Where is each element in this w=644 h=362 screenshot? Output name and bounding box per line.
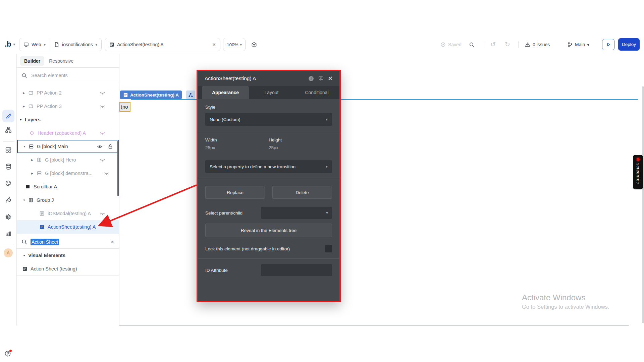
block-columns-icon <box>28 197 34 203</box>
database-icon[interactable] <box>5 163 12 170</box>
app-logo-menu[interactable]: .b ▾ <box>5 40 15 49</box>
reveal-elements-tree-button[interactable]: Reveal in the Elements tree <box>205 224 332 237</box>
canvas-scrollbar[interactable] <box>642 86 644 323</box>
appearance-tab-body: Style None (Custom) ▾ Width 25px Height … <box>198 99 339 276</box>
undo-icon[interactable]: ↺ <box>490 41 496 48</box>
close-icon[interactable]: ✕ <box>212 42 216 47</box>
close-icon[interactable]: ✕ <box>110 239 114 245</box>
actionsheet-canvas-element[interactable]: (no <box>119 102 130 112</box>
tree-row-iosmodal[interactable]: iOSModal(testing) A <box>17 207 119 220</box>
settings-gear-icon[interactable] <box>5 214 12 220</box>
workflow-icon[interactable] <box>5 126 12 133</box>
panel-scrollbar-thumb[interactable] <box>117 141 119 196</box>
tree-row-pp-action-3[interactable]: ▶ PP Action 3 <box>17 100 119 113</box>
actionsheet-element-icon <box>123 93 128 98</box>
element-type-search[interactable]: Action Sheet ✕ <box>17 235 119 249</box>
redo-icon[interactable]: ↻ <box>505 41 510 48</box>
notification-dot <box>9 350 12 352</box>
page-selector-label[interactable]: iosnotifications <box>62 42 93 47</box>
deploy-button[interactable]: Deploy <box>618 38 640 51</box>
tree-row-layers[interactable]: ▼ Layers <box>17 113 119 126</box>
transition-dropdown[interactable]: Select a property to define a new transi… <box>205 160 332 173</box>
parent-child-label: Select parent/child <box>205 210 243 216</box>
open-element-tab[interactable]: ActionSheet(testing) A ✕ <box>105 38 220 51</box>
collapse-icon[interactable]: ▼ <box>23 199 28 202</box>
tree-row-pp-action-2[interactable]: ▶ PP Action 2 <box>17 86 119 100</box>
tree-row-scrollbar-a[interactable]: Scrollbar A <box>17 180 119 193</box>
chevron-down-icon[interactable]: ▾ <box>95 43 97 47</box>
id-attribute-label: ID Attribute <box>205 268 228 273</box>
actionsheet-element-icon <box>109 42 114 47</box>
height-label: Height <box>269 137 332 142</box>
monitor-icon <box>23 42 29 47</box>
zoom-selector[interactable]: 100% ▾ <box>223 38 246 51</box>
eye-closed-icon[interactable] <box>100 130 105 136</box>
branch-selector[interactable]: Main ▾ <box>568 38 589 51</box>
expand-icon[interactable]: ▶ <box>23 92 28 95</box>
eye-closed-icon[interactable] <box>104 171 109 176</box>
tree-row-g-block-main-selected[interactable]: ▼ G [block] Main <box>17 140 119 153</box>
tab-conditional[interactable]: Conditional <box>294 86 339 99</box>
parent-child-dropdown[interactable]: ▾ <box>261 207 332 219</box>
visual-elements-header[interactable]: ▼ Visual Elements <box>17 249 119 262</box>
selected-element-tag[interactable]: ActionSheet(testing) A <box>120 90 182 99</box>
tab-builder[interactable]: Builder <box>20 56 44 66</box>
expand-icon[interactable]: ▶ <box>31 172 37 175</box>
lock-checkbox[interactable] <box>325 245 332 252</box>
search-input[interactable] <box>31 72 99 78</box>
help-icon[interactable] <box>4 350 11 357</box>
expand-icon[interactable]: ▶ <box>23 105 28 108</box>
design-tab-active[interactable] <box>2 110 14 122</box>
tree-label: G [block] demonstra... <box>45 171 93 176</box>
tree-label: Header (zqbackend) A <box>38 130 86 136</box>
warning-triangle-icon <box>525 42 530 47</box>
eye-closed-icon[interactable] <box>100 104 105 109</box>
id-attribute-input[interactable] <box>261 264 332 276</box>
collapse-icon[interactable]: ▼ <box>19 118 25 121</box>
height-value: 25px <box>269 145 332 150</box>
comment-icon[interactable] <box>318 76 324 81</box>
eye-closed-icon[interactable] <box>100 90 105 96</box>
width-label: Width <box>205 137 269 142</box>
elements-search[interactable] <box>17 68 119 83</box>
style-value: None (Custom) <box>210 117 240 122</box>
eye-closed-icon[interactable] <box>100 211 105 217</box>
property-editor-header[interactable]: ActionSheet(testing) A ✕ <box>198 71 339 86</box>
search-value-selected[interactable]: Action Sheet <box>31 239 59 245</box>
screen-recorder-badge[interactable]: screenrec <box>633 155 643 189</box>
delete-button[interactable]: Delete <box>272 186 332 199</box>
tree-row-group-j[interactable]: ▼ Group J <box>17 193 119 207</box>
tab-responsive[interactable]: Responsive <box>49 58 73 64</box>
tree-row-header-zqbackend[interactable]: Header (zqbackend) A <box>17 126 119 140</box>
preview-button[interactable] <box>602 39 614 50</box>
style-dropdown[interactable]: None (Custom) ▾ <box>205 113 332 126</box>
logs-chart-icon[interactable] <box>5 230 12 237</box>
collapse-icon[interactable]: ▼ <box>23 145 29 148</box>
tree-row-g-block-demonstra[interactable]: ▶ G [block] demonstra... <box>17 167 119 180</box>
search-icon[interactable] <box>469 42 475 48</box>
replace-button[interactable]: Replace <box>205 186 265 199</box>
eye-closed-icon[interactable] <box>100 157 105 163</box>
left-icon-rail: A O <box>0 54 17 325</box>
tree-row-actionsheet-selected[interactable]: ActionSheet(testing) A <box>17 220 119 234</box>
plugins-plug-icon[interactable] <box>5 197 12 203</box>
unlock-icon[interactable] <box>108 144 113 149</box>
tab-layout[interactable]: Layout <box>249 86 294 99</box>
eye-open-icon[interactable] <box>97 144 103 149</box>
element-result-action-sheet[interactable]: Action Sheet (testing) <box>17 262 119 276</box>
user-avatar[interactable]: A <box>4 248 13 257</box>
windows-watermark-subtitle: Go to Settings to activate Windows. <box>522 304 609 310</box>
close-icon[interactable]: ✕ <box>328 75 333 82</box>
styles-palette-icon[interactable] <box>5 180 12 187</box>
tree-row-g-block-hero[interactable]: ▶ G [block] Hero <box>17 153 119 167</box>
page-bottom-edge <box>119 325 629 325</box>
cube-icon[interactable] <box>251 42 257 48</box>
expand-icon[interactable]: ▶ <box>31 159 37 162</box>
chevron-down-icon[interactable]: ▾ <box>44 43 46 47</box>
info-icon[interactable] <box>308 76 314 81</box>
device-selector-label[interactable]: Web <box>32 42 41 47</box>
reveal-in-tree-button[interactable] <box>186 90 195 99</box>
components-icon[interactable] <box>5 146 12 153</box>
tab-appearance[interactable]: Appearance <box>202 86 249 99</box>
issues-indicator[interactable]: 0 issues <box>525 38 550 51</box>
